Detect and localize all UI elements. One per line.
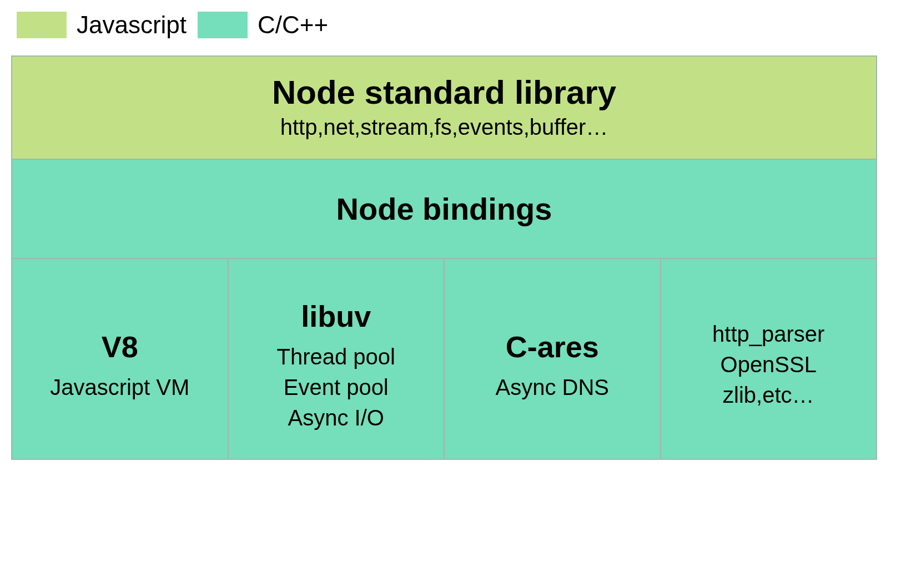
box-c-ares: C-ares Async DNS bbox=[444, 259, 660, 459]
box-libuv: libuv Thread pool Event pool Async I/O bbox=[228, 259, 444, 459]
stdlib-title: Node standard library bbox=[18, 73, 870, 111]
legend-label-js: Javascript bbox=[77, 11, 187, 39]
legend-item-js: Javascript bbox=[17, 11, 187, 39]
box-libuv-line-1: Thread pool bbox=[277, 344, 395, 369]
swatch-js bbox=[17, 12, 67, 38]
bindings-title: Node bindings bbox=[18, 191, 870, 227]
layer-node-bindings: Node bindings bbox=[12, 160, 876, 259]
box-misc: http_parser OpenSSL zlib,etc… bbox=[660, 259, 877, 459]
box-libuv-title: libuv bbox=[301, 299, 371, 333]
legend-item-c: C/C++ bbox=[198, 11, 328, 39]
stdlib-subtitle: http,net,stream,fs,events,buffer… bbox=[18, 115, 870, 140]
box-libuv-line-3: Async I/O bbox=[288, 405, 384, 430]
box-v8-title: V8 bbox=[102, 330, 138, 364]
box-c-ares-line: Async DNS bbox=[496, 375, 610, 400]
box-v8: V8 Javascript VM bbox=[12, 259, 228, 459]
layer-node-stdlib: Node standard library http,net,stream,fs… bbox=[12, 57, 876, 160]
box-c-ares-title: C-ares bbox=[506, 330, 599, 364]
box-libuv-line-2: Event pool bbox=[284, 375, 389, 400]
architecture-diagram: Node standard library http,net,stream,fs… bbox=[11, 55, 877, 460]
box-misc-line-3: zlib,etc… bbox=[723, 383, 814, 408]
swatch-c bbox=[198, 12, 248, 38]
box-misc-line-2: OpenSSL bbox=[721, 352, 817, 377]
legend-label-c: C/C++ bbox=[258, 11, 328, 39]
layer-native-components: V8 Javascript VM libuv Thread pool Event… bbox=[12, 259, 876, 459]
box-v8-line: Javascript VM bbox=[50, 375, 189, 400]
box-misc-line-1: http_parser bbox=[712, 322, 824, 347]
legend: Javascript C/C++ bbox=[17, 11, 895, 39]
